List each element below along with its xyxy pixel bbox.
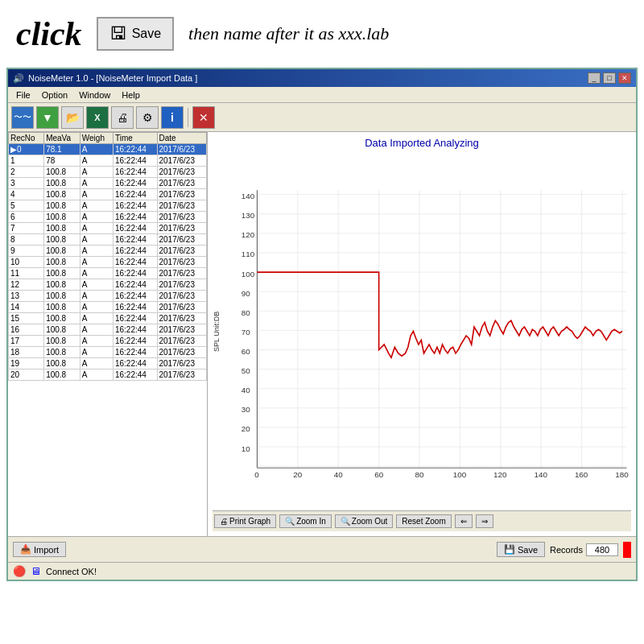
next-button[interactable]: ⇒: [476, 514, 493, 528]
table-row[interactable]: 1 78 A 16:22:44 2017/6/23: [9, 155, 207, 167]
col-time: Time: [113, 133, 157, 144]
table-row[interactable]: 4 100.8 A 16:22:44 2017/6/23: [9, 189, 207, 200]
table-row[interactable]: 2 100.8 A 16:22:44 2017/6/23: [9, 167, 207, 178]
toolbar-info-button[interactable]: i: [161, 106, 184, 129]
import-icon: 📥: [20, 544, 31, 555]
menu-option[interactable]: Option: [37, 89, 72, 101]
toolbar-gear-button[interactable]: ⚙: [136, 106, 159, 129]
data-table-container[interactable]: RecNo MeaVa Weigh Time Date ▶0 78.1 A 16…: [8, 132, 208, 536]
toolbar: 〜〜 ▼ 📂 X 🖨 ⚙ i ✕: [8, 103, 636, 132]
table-row[interactable]: 20 100.8 A 16:22:44 2017/6/23: [9, 369, 207, 381]
toolbar-folder-button[interactable]: 📂: [61, 106, 84, 129]
maximize-button[interactable]: □: [603, 72, 616, 84]
cell-date: 2017/6/23: [157, 291, 207, 302]
cell-recno: 17: [9, 336, 44, 347]
cell-weigh: A: [80, 336, 113, 347]
table-row[interactable]: 10 100.8 A 16:22:44 2017/6/23: [9, 257, 207, 268]
svg-text:40: 40: [242, 386, 250, 394]
table-row[interactable]: 12 100.8 A 16:22:44 2017/6/23: [9, 279, 207, 291]
svg-text:140: 140: [242, 192, 255, 200]
table-row[interactable]: 13 100.8 A 16:22:44 2017/6/23: [9, 291, 207, 302]
title-bar-left: 🔊 NoiseMeter 1.0 - [NoiseMeter Import Da…: [13, 73, 197, 84]
cell-date: 2017/6/23: [157, 324, 207, 336]
import-button[interactable]: 📥 Import: [13, 542, 66, 557]
cell-meava: 100.8: [44, 234, 80, 246]
data-table: RecNo MeaVa Weigh Time Date ▶0 78.1 A 16…: [8, 132, 207, 381]
toolbar-green-down-button[interactable]: ▼: [36, 106, 59, 129]
table-row[interactable]: 19 100.8 A 16:22:44 2017/6/23: [9, 358, 207, 369]
toolbar-waveform-button[interactable]: 〜〜: [11, 106, 34, 129]
cell-date: 2017/6/23: [157, 257, 207, 268]
col-meava: MeaVa: [44, 133, 80, 144]
cell-meava: 100.8: [44, 200, 80, 212]
print-icon: 🖨: [220, 517, 228, 526]
instruction-area: click 🖫 Save then name after it as xxx.l…: [0, 0, 644, 68]
cell-weigh: A: [80, 167, 113, 178]
zoom-out-button[interactable]: 🔍 Zoom Out: [335, 514, 393, 528]
prev-button[interactable]: ⇐: [455, 514, 473, 528]
cell-recno: 5: [9, 200, 44, 212]
records-input[interactable]: [586, 543, 618, 556]
zoom-in-button[interactable]: 🔍 Zoom In: [279, 514, 332, 528]
table-row[interactable]: 9 100.8 A 16:22:44 2017/6/23: [9, 246, 207, 257]
cell-recno: 1: [9, 155, 44, 167]
toolbar-stop-button[interactable]: ✕: [192, 106, 215, 129]
chart-svg-container: 140 130 120 110 100 90 80 70 60 50 40 30…: [225, 152, 631, 510]
status-error-icon: 🔴: [13, 565, 26, 577]
cell-weigh: A: [80, 189, 113, 200]
table-row[interactable]: 15 100.8 A 16:22:44 2017/6/23: [9, 313, 207, 324]
svg-text:100: 100: [453, 470, 467, 479]
title-bar-controls: _ □ ✕: [588, 72, 631, 84]
cell-weigh: A: [80, 257, 113, 268]
svg-text:20: 20: [242, 424, 250, 433]
table-row[interactable]: ▶0 78.1 A 16:22:44 2017/6/23: [9, 144, 207, 155]
table-row[interactable]: 5 100.8 A 16:22:44 2017/6/23: [9, 200, 207, 212]
zoom-out-icon: 🔍: [341, 517, 350, 526]
cell-recno: 10: [9, 257, 44, 268]
table-row[interactable]: 16 100.8 A 16:22:44 2017/6/23: [9, 324, 207, 336]
chart-toolbar: 🖨 Print Graph 🔍 Zoom In 🔍 Zoom Out Reset…: [213, 510, 631, 531]
menu-file[interactable]: File: [11, 89, 35, 101]
svg-text:0: 0: [254, 470, 259, 479]
cell-weigh: A: [80, 234, 113, 246]
close-button[interactable]: ✕: [618, 72, 631, 84]
table-row[interactable]: 14 100.8 A 16:22:44 2017/6/23: [9, 302, 207, 313]
cell-weigh: A: [80, 178, 113, 189]
cell-meava: 100.8: [44, 313, 80, 324]
svg-text:90: 90: [242, 289, 250, 298]
table-row[interactable]: 7 100.8 A 16:22:44 2017/6/23: [9, 223, 207, 234]
svg-text:140: 140: [534, 470, 547, 479]
cell-date: 2017/6/23: [157, 178, 207, 189]
reset-zoom-button[interactable]: Reset Zoom: [396, 514, 451, 528]
table-row[interactable]: 18 100.8 A 16:22:44 2017/6/23: [9, 347, 207, 358]
table-row[interactable]: 3 100.8 A 16:22:44 2017/6/23: [9, 178, 207, 189]
col-recno: RecNo: [9, 133, 44, 144]
toolbar-print-button[interactable]: 🖨: [111, 106, 134, 129]
svg-text:10: 10: [242, 444, 250, 453]
cell-recno: 8: [9, 234, 44, 246]
cell-time: 16:22:44: [113, 347, 157, 358]
print-graph-button[interactable]: 🖨 Print Graph: [214, 514, 276, 528]
table-row[interactable]: 17 100.8 A 16:22:44 2017/6/23: [9, 336, 207, 347]
main-content: RecNo MeaVa Weigh Time Date ▶0 78.1 A 16…: [8, 132, 636, 536]
records-area: Records: [550, 543, 618, 556]
cell-recno: 19: [9, 358, 44, 369]
save-button-bottom[interactable]: 💾 Save: [497, 542, 545, 557]
menu-window[interactable]: Window: [74, 89, 115, 101]
save-button-top[interactable]: 🖫 Save: [97, 17, 174, 51]
table-row[interactable]: 8 100.8 A 16:22:44 2017/6/23: [9, 234, 207, 246]
toolbar-excel-button[interactable]: X: [86, 106, 109, 129]
cell-date: 2017/6/23: [157, 358, 207, 369]
cell-date: 2017/6/23: [157, 336, 207, 347]
table-row[interactable]: 6 100.8 A 16:22:44 2017/6/23: [9, 212, 207, 223]
cell-time: 16:22:44: [113, 212, 157, 223]
menu-help[interactable]: Help: [117, 89, 145, 101]
cell-recno: 12: [9, 279, 44, 291]
cell-time: 16:22:44: [113, 291, 157, 302]
minimize-button[interactable]: _: [588, 72, 601, 84]
cell-weigh: A: [80, 302, 113, 313]
cell-recno: ▶0: [9, 144, 44, 155]
table-row[interactable]: 11 100.8 A 16:22:44 2017/6/23: [9, 268, 207, 279]
cell-recno: 11: [9, 268, 44, 279]
table-body: ▶0 78.1 A 16:22:44 2017/6/23 1 78 A 16:2…: [9, 144, 207, 381]
